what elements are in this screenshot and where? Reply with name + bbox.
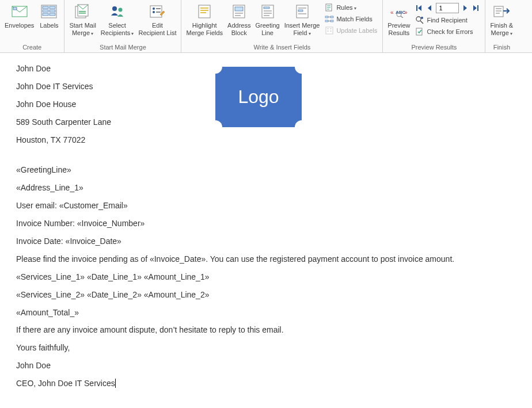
first-record-icon[interactable] xyxy=(415,4,423,12)
address-block-icon xyxy=(230,2,248,21)
select-recipients-button[interactable]: Select Recipients xyxy=(98,1,136,38)
svg-rect-6 xyxy=(50,10,55,12)
svg-rect-53 xyxy=(477,5,478,11)
svg-rect-38 xyxy=(325,16,328,18)
group-smm-label: Start Mail Merge xyxy=(67,43,178,52)
svg-line-51 xyxy=(401,16,403,18)
edit-recipient-list-button[interactable]: Edit Recipient List xyxy=(136,1,178,38)
invoice-number-line: Invoice Number: «Invoice_Number» xyxy=(16,218,518,229)
document-body[interactable]: John Doe John Doe IT Services John Doe H… xyxy=(0,53,532,408)
labels-icon xyxy=(40,2,58,21)
svg-rect-45 xyxy=(327,30,329,32)
svg-rect-12 xyxy=(79,13,86,14)
preview-results-label: Preview Results xyxy=(387,22,410,37)
finish-merge-icon xyxy=(492,2,511,21)
svg-point-14 xyxy=(118,8,122,12)
rules-icon xyxy=(325,3,334,12)
svg-rect-40 xyxy=(325,20,328,22)
logo-text: Logo xyxy=(238,86,279,108)
sender-street: 589 South Carpenter Lane xyxy=(16,117,212,128)
update-labels-label: Update Labels xyxy=(336,27,377,34)
match-fields-icon xyxy=(325,14,334,24)
check-errors-button[interactable]: Check for Errors xyxy=(413,26,481,37)
svg-point-56 xyxy=(421,17,423,19)
svg-rect-27 xyxy=(235,15,241,16)
rules-label: Rules xyxy=(336,4,356,11)
highlight-merge-icon xyxy=(195,2,214,21)
service-line-1: «Services_Line_1» «Date_Line_1» «Amount_… xyxy=(16,272,518,283)
match-fields-button[interactable]: Match Fields xyxy=(323,14,379,24)
update-labels-button: Update Labels xyxy=(323,25,379,36)
svg-rect-39 xyxy=(330,16,333,18)
group-create-label: Create xyxy=(2,43,62,52)
svg-rect-61 xyxy=(496,13,500,14)
sender-company: John Doe IT Services xyxy=(16,81,212,92)
sender-building: John Doe House xyxy=(16,99,212,110)
find-recipient-icon xyxy=(415,16,424,25)
address-block-button[interactable]: Address Block xyxy=(225,1,253,38)
svg-rect-7 xyxy=(43,13,48,16)
greeting-line-label: Greeting Line xyxy=(255,22,279,37)
amount-total-field: «Amount_Total_» xyxy=(16,307,518,318)
find-recipient-button[interactable]: Find Recipient xyxy=(413,15,481,25)
svg-rect-57 xyxy=(416,28,422,35)
svg-rect-32 xyxy=(264,15,269,16)
address-line-1-field: «Address_Line_1» xyxy=(16,182,518,193)
sender-name: John Doe xyxy=(16,63,212,74)
svg-rect-29 xyxy=(264,7,269,9)
sender-block: John Doe John Doe IT Services John Doe H… xyxy=(16,63,212,152)
svg-rect-46 xyxy=(330,30,332,32)
group-finish: Finish & Merge Finish xyxy=(485,0,518,52)
group-write-insert: Highlight Merge Fields Address Block Gre… xyxy=(181,0,383,52)
start-mail-merge-label: Start Mail Merge xyxy=(69,22,96,37)
svg-point-13 xyxy=(112,6,117,11)
edit-recipient-list-icon xyxy=(148,2,166,21)
svg-rect-26 xyxy=(235,13,243,14)
svg-rect-20 xyxy=(199,5,210,18)
envelopes-button[interactable]: Envelopes xyxy=(2,1,36,30)
svg-rect-31 xyxy=(264,13,272,14)
svg-rect-8 xyxy=(50,13,55,16)
body-paragraph-1: Please find the invoice pending as of «I… xyxy=(16,254,518,265)
svg-rect-22 xyxy=(200,10,208,11)
address-block-label: Address Block xyxy=(227,22,250,37)
preview-results-button[interactable]: «ABC» Preview Results xyxy=(385,1,412,38)
svg-rect-25 xyxy=(235,7,243,11)
svg-rect-35 xyxy=(298,10,303,12)
finish-merge-label: Finish & Merge xyxy=(490,22,513,37)
group-create: Envelopes Labels Create xyxy=(0,0,64,52)
svg-rect-34 xyxy=(298,7,306,9)
start-mail-merge-button[interactable]: Start Mail Merge xyxy=(67,1,98,38)
svg-point-18 xyxy=(153,11,155,13)
find-recipient-label: Find Recipient xyxy=(427,17,467,24)
group-wif-label: Write & Insert Fields xyxy=(184,43,380,52)
highlight-merge-label: Highlight Merge Fields xyxy=(186,22,223,37)
record-number-input[interactable] xyxy=(436,3,459,13)
insert-merge-field-button[interactable]: Insert Merge Field xyxy=(282,1,322,38)
select-recipients-icon xyxy=(108,2,127,21)
finish-merge-button[interactable]: Finish & Merge xyxy=(488,1,515,38)
envelope-icon xyxy=(10,2,29,21)
edit-recipient-list-label: Edit Recipient List xyxy=(138,22,176,37)
svg-point-54 xyxy=(416,17,421,21)
greeting-line-field: «GreetingLine» xyxy=(16,165,518,176)
check-errors-label: Check for Errors xyxy=(427,28,473,35)
logo-placeholder: Logo xyxy=(215,67,302,127)
invoice-date-line: Invoice Date: «Invoice_Date» xyxy=(16,236,518,247)
svg-rect-41 xyxy=(330,20,333,22)
svg-rect-3 xyxy=(43,6,48,9)
last-record-icon[interactable] xyxy=(472,4,480,12)
next-record-icon[interactable] xyxy=(461,4,469,12)
prev-record-icon[interactable] xyxy=(425,4,434,12)
labels-label: Labels xyxy=(40,22,58,29)
sender-city: Houston, TX 77022 xyxy=(16,135,212,146)
svg-rect-23 xyxy=(200,12,206,13)
highlight-merge-fields-button[interactable]: Highlight Merge Fields xyxy=(184,1,225,38)
svg-rect-17 xyxy=(156,8,161,9)
labels-button[interactable]: Labels xyxy=(36,1,62,30)
svg-rect-21 xyxy=(200,7,208,9)
rules-button[interactable]: Rules xyxy=(323,2,379,13)
group-preview-results: «ABC» Preview Results Find Recipient xyxy=(383,0,485,52)
signer-name: John Doe xyxy=(16,360,518,371)
greeting-line-button[interactable]: Greeting Line xyxy=(253,1,282,38)
